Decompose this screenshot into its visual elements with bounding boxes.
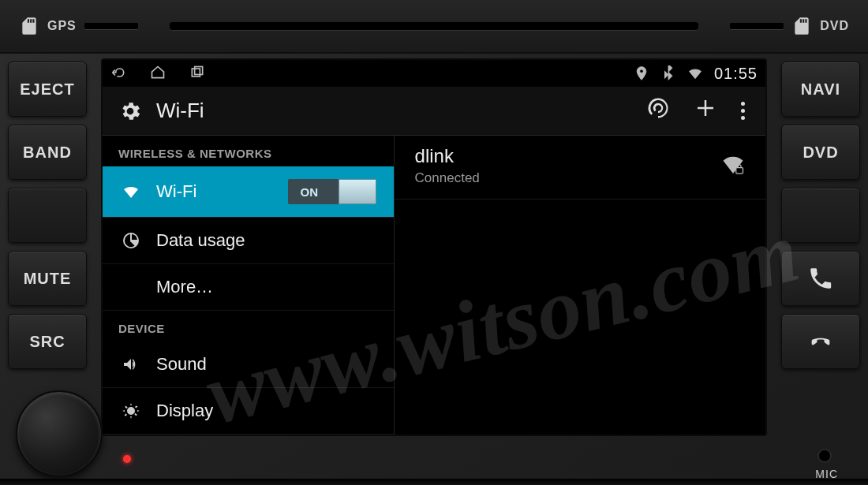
wifi-toggle[interactable]: ON [288, 179, 376, 204]
sd-card-icon [791, 16, 812, 36]
toggle-knob [339, 179, 376, 204]
sound-label: Sound [156, 354, 207, 375]
volume-knob[interactable] [16, 390, 103, 477]
data-usage-row[interactable]: Data usage [103, 218, 394, 264]
section-device-label: DEVICE [103, 311, 394, 341]
overflow-button[interactable] [736, 97, 750, 125]
left-button-column: EJECT BAND MUTE SRC [0, 58, 95, 372]
svg-rect-2 [736, 168, 743, 174]
settings-action-bar: Wi-Fi [103, 87, 765, 136]
blank-button[interactable] [8, 188, 87, 243]
phone-down-icon [807, 328, 834, 355]
more-label: More… [156, 277, 213, 297]
gallery-strip [0, 479, 868, 485]
mute-button[interactable]: MUTE [8, 251, 87, 306]
status-clock: 01:55 [714, 65, 758, 83]
wifi-status-icon [687, 65, 703, 81]
phone-hangup-button[interactable] [781, 314, 860, 369]
sound-icon [122, 355, 140, 374]
wifi-networks-pane: dlink Connected [395, 136, 765, 435]
network-row[interactable]: dlink Connected [395, 136, 765, 200]
settings-left-pane: WIRELESS & NETWORKS Wi-Fi ON Data usage … [103, 136, 395, 435]
recents-icon [189, 65, 205, 80]
wifi-row-label: Wi-Fi [156, 181, 196, 202]
phone-up-icon [807, 265, 834, 292]
wps-icon [646, 96, 670, 120]
add-network-button[interactable] [689, 91, 722, 130]
settings-body: WIRELESS & NETWORKS Wi-Fi ON Data usage … [103, 136, 765, 435]
sd-gps-slot[interactable]: GPS [19, 16, 138, 36]
svg-rect-0 [192, 69, 200, 76]
band-button[interactable]: BAND [8, 125, 87, 180]
wifi-row[interactable]: Wi-Fi ON [103, 166, 394, 218]
recents-button[interactable] [189, 65, 205, 83]
slot-right-label: DVD [820, 19, 849, 33]
sd-card-icon [19, 16, 39, 36]
wifi-toggle-label: ON [301, 185, 319, 199]
navi-button[interactable]: NAVI [781, 62, 860, 117]
wps-button[interactable] [642, 91, 675, 130]
back-button[interactable] [110, 65, 126, 83]
src-button[interactable]: SRC [8, 314, 87, 369]
network-status: Connected [415, 170, 705, 186]
more-row[interactable]: More… [103, 264, 394, 311]
sound-row[interactable]: Sound [103, 341, 394, 388]
sd-dvd-slot[interactable]: DVD [730, 16, 849, 36]
android-screen: 01:55 Wi-Fi WIRELESS & NETWORKS [101, 58, 767, 436]
display-icon [122, 401, 140, 420]
data-usage-label: Data usage [156, 230, 245, 251]
android-system-bar: 01:55 [103, 60, 765, 87]
power-led [123, 455, 131, 463]
eject-button[interactable]: EJECT [8, 62, 87, 117]
location-icon [634, 65, 649, 81]
bluetooth-icon [660, 65, 676, 81]
phone-answer-button[interactable] [781, 251, 860, 306]
overflow-icon [741, 102, 745, 120]
disc-slot[interactable] [170, 22, 698, 30]
blank-button[interactable] [781, 188, 860, 243]
section-wireless-label: WIRELESS & NETWORKS [103, 136, 394, 166]
sd-slot-opening [730, 23, 784, 29]
settings-icon [118, 99, 142, 123]
data-usage-icon [122, 231, 140, 250]
plus-icon [694, 96, 717, 120]
right-button-column: NAVI DVD [773, 58, 868, 372]
wifi-secure-icon [721, 154, 745, 177]
slot-left-label: GPS [47, 19, 77, 33]
wifi-icon [122, 182, 140, 201]
svg-rect-1 [195, 66, 203, 74]
display-row[interactable]: Display [103, 388, 394, 435]
sd-slot-opening [84, 23, 138, 29]
settings-title: Wi-Fi [156, 99, 204, 123]
top-bezel: GPS DVD [0, 0, 868, 54]
network-ssid: dlink [415, 145, 705, 167]
back-icon [110, 65, 126, 80]
head-unit-chassis: GPS DVD EJECT BAND MUTE SRC NAVI DVD VOL… [0, 0, 868, 485]
home-icon [150, 65, 166, 80]
dvd-button[interactable]: DVD [781, 125, 860, 180]
display-label: Display [156, 401, 213, 421]
home-button[interactable] [150, 65, 166, 83]
microphone [819, 450, 830, 461]
